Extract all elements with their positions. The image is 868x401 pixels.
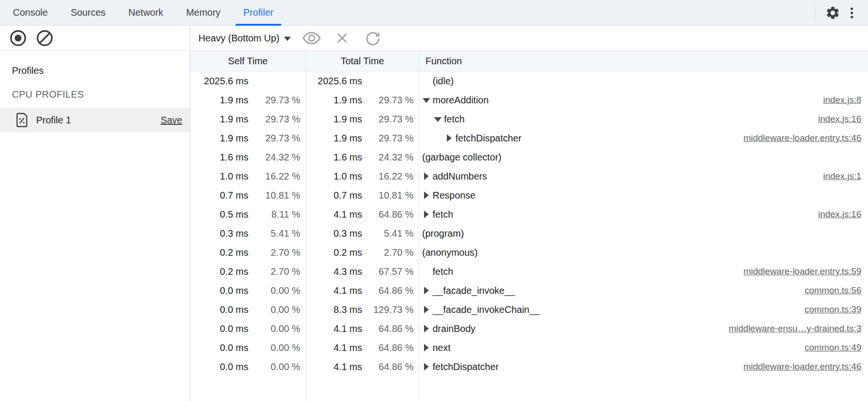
total-time-percent: 64.86 % (362, 361, 419, 372)
refresh-icon (365, 30, 381, 46)
profile-name: Profile 1 (36, 115, 71, 126)
function-cell: (anonymous) (419, 243, 868, 262)
table-row[interactable]: 1.6 ms 24.32 % 1.6 ms 24.32 % (garbage c… (190, 148, 868, 167)
table-row[interactable]: 0.5 ms 8.11 % 4.1 ms 64.86 % fetch index… (190, 205, 868, 224)
total-time-cell: 1.9 ms 29.73 % (306, 129, 419, 148)
table-row[interactable]: 0.0 ms 0.00 % 4.1 ms 64.86 % next common… (190, 338, 868, 357)
expand-arrow-icon[interactable] (445, 129, 455, 148)
total-time-percent: 16.22 % (362, 171, 419, 182)
record-button[interactable] (9, 29, 28, 48)
function-cell: fetch index.js:16 (419, 205, 868, 224)
self-time-percent: 16.22 % (248, 171, 306, 182)
function-cell: __facade_invokeChain__ common.ts:39 (419, 300, 868, 319)
settings-button[interactable] (823, 3, 842, 22)
table-row[interactable]: 0.0 ms 0.00 % 4.1 ms 64.86 % drainBody m… (190, 319, 868, 338)
self-time-ms: 0.0 ms (190, 304, 248, 315)
table-row[interactable]: 0.0 ms 0.00 % 4.1 ms 64.86 % fetchDispat… (190, 357, 868, 376)
function-name: (garbage collector) (422, 152, 502, 163)
self-time-cell: 0.0 ms 0.00 % (190, 281, 306, 300)
function-name: moreAddition (433, 95, 489, 106)
table-row[interactable]: 0.3 ms 5.41 % 0.3 ms 5.41 % (program) (190, 224, 868, 243)
devtools-window: ConsoleSourcesNetworkMemoryProfiler (0, 0, 868, 401)
total-time-ms: 4.1 ms (306, 361, 362, 372)
profiler-toolbar: Heavy (Bottom Up) (0, 26, 868, 51)
total-time-ms: 1.9 ms (306, 95, 362, 106)
profile-list-item[interactable]: Profile 1 Save (0, 108, 190, 132)
total-time-percent: 67.57 % (362, 266, 419, 277)
source-location-link[interactable]: middleware-loader.entry.ts:46 (734, 361, 868, 372)
refresh-button[interactable] (363, 29, 382, 48)
source-location-link[interactable]: common.ts:49 (795, 342, 868, 353)
source-location-link[interactable]: index.js:8 (814, 95, 868, 105)
expand-arrow-icon[interactable] (422, 281, 433, 300)
view-mode-select[interactable]: Heavy (Bottom Up) (198, 33, 291, 44)
total-time-cell: 4.1 ms 64.86 % (306, 357, 419, 376)
source-location-link[interactable]: middleware-loader.entry.ts:59 (734, 266, 868, 277)
expand-arrow-icon[interactable] (422, 167, 433, 186)
devtools-tabbar: ConsoleSourcesNetworkMemoryProfiler (0, 0, 868, 26)
tab-memory[interactable]: Memory (178, 0, 228, 25)
expand-arrow-icon[interactable] (422, 186, 433, 205)
focus-preview-button[interactable] (302, 29, 321, 48)
self-time-percent: 0.00 % (248, 323, 306, 334)
function-cell: fetch index.js:16 (419, 110, 868, 129)
save-profile-link[interactable]: Save (160, 115, 182, 126)
tab-console[interactable]: Console (5, 0, 55, 25)
column-header-function[interactable]: Function (419, 51, 868, 71)
expand-arrow-icon[interactable] (422, 319, 433, 338)
table-row[interactable]: 1.9 ms 29.73 % 1.9 ms 29.73 % fetch inde… (190, 110, 868, 129)
clear-profiles-button[interactable] (35, 29, 54, 48)
total-time-ms: 1.6 ms (306, 152, 362, 163)
column-header-total-time[interactable]: Total Time (306, 51, 419, 71)
expand-arrow-icon (422, 71, 433, 90)
profiles-sidebar: Profiles CPU PROFILES Profile 1 Save (0, 51, 190, 401)
self-time-percent: 29.73 % (248, 133, 306, 144)
profile-data-grid: Self Time Total Time Function 2025.6 ms … (190, 51, 868, 401)
table-row[interactable]: 0.7 ms 10.81 % 0.7 ms 10.81 % Response (190, 186, 868, 205)
table-row[interactable]: 0.0 ms 0.00 % 4.1 ms 64.86 % __facade_in… (190, 281, 868, 300)
source-location-link[interactable]: index.js:1 (814, 171, 868, 181)
source-location-link[interactable]: common.ts:39 (795, 304, 868, 315)
table-row[interactable]: 0.2 ms 2.70 % 4.3 ms 67.57 % fetch middl… (190, 262, 868, 281)
table-row[interactable]: 2025.6 ms 2025.6 ms (idle) (190, 71, 868, 90)
grid-body: 2025.6 ms 2025.6 ms (idle) 1.9 ms 29.73 … (190, 71, 868, 401)
function-name: Response (433, 190, 475, 201)
table-row[interactable]: 1.9 ms 29.73 % 1.9 ms 29.73 % moreAdditi… (190, 90, 868, 110)
column-header-self-time[interactable]: Self Time (190, 51, 306, 71)
table-row[interactable]: 0.2 ms 2.70 % 0.2 ms 2.70 % (anonymous) (190, 243, 868, 262)
source-location-link[interactable]: middleware-loader.entry.ts:46 (734, 133, 868, 143)
table-row[interactable]: 1.9 ms 29.73 % 1.9 ms 29.73 % fetchDispa… (190, 129, 868, 148)
more-options-button[interactable] (842, 3, 861, 22)
total-time-cell: 0.7 ms 10.81 % (306, 186, 419, 205)
total-time-percent: 29.73 % (362, 133, 419, 144)
total-time-cell: 4.1 ms 64.86 % (306, 338, 419, 357)
source-location-link[interactable]: middleware-ensu…y-drained.ts:3 (719, 323, 868, 334)
total-time-percent: 64.86 % (362, 209, 419, 220)
expand-arrow-icon[interactable] (422, 300, 433, 319)
delete-profile-button[interactable] (333, 29, 352, 48)
total-time-ms: 0.2 ms (306, 247, 362, 258)
total-time-ms: 4.1 ms (306, 323, 362, 334)
source-location-link[interactable]: common.ts:56 (795, 285, 868, 296)
total-time-cell: 2025.6 ms (306, 71, 419, 90)
function-name: (anonymous) (422, 247, 478, 258)
expand-arrow-icon[interactable] (422, 357, 433, 376)
table-row[interactable]: 0.0 ms 0.00 % 8.3 ms 129.73 % __facade_i… (190, 300, 868, 319)
source-location-link[interactable]: index.js:16 (809, 209, 868, 220)
source-location-link[interactable]: index.js:16 (809, 114, 868, 124)
expand-arrow-icon[interactable] (434, 110, 444, 129)
profile-document-icon (16, 113, 28, 127)
self-time-cell: 0.0 ms 0.00 % (190, 300, 306, 319)
profiler-record-controls (0, 26, 190, 50)
self-time-ms: 0.3 ms (190, 228, 248, 239)
tab-profiler[interactable]: Profiler (236, 0, 281, 25)
expand-arrow-icon[interactable] (422, 205, 433, 224)
tab-network[interactable]: Network (121, 0, 171, 25)
total-time-cell: 1.6 ms 24.32 % (306, 148, 419, 167)
expand-arrow-icon[interactable] (422, 338, 433, 357)
function-name: __facade_invokeChain__ (433, 304, 540, 315)
tab-sources[interactable]: Sources (63, 0, 113, 25)
table-row[interactable]: 1.0 ms 16.22 % 1.0 ms 16.22 % addNumbers… (190, 167, 868, 186)
self-time-ms: 0.0 ms (190, 342, 248, 353)
expand-arrow-icon[interactable] (422, 90, 433, 110)
